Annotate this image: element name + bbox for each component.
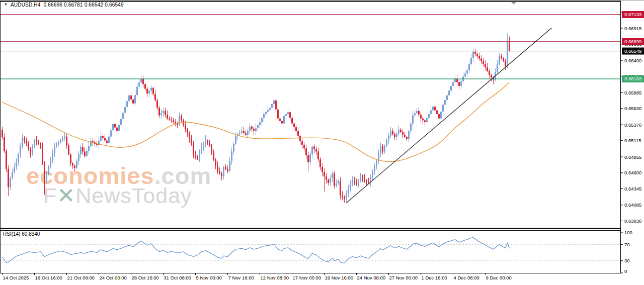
candle-body (167, 115, 168, 118)
time-tick-label: 9 Dec 00:00 (486, 275, 512, 280)
price-badge-label: 0.67133 (624, 12, 641, 17)
candle-body (20, 146, 21, 154)
time-tick-label: 31 Oct 08:00 (164, 275, 191, 280)
candle-body (26, 141, 27, 144)
symbol-dropdown-icon[interactable]: ▼ (4, 3, 8, 6)
candle-body (303, 145, 305, 148)
candle-body (400, 130, 401, 132)
candle-body (307, 155, 309, 162)
candle-body (497, 64, 498, 72)
candle-body (376, 160, 377, 166)
candle-body (70, 154, 71, 163)
candle-body (245, 133, 247, 135)
candle-body (326, 176, 327, 179)
candle-body (50, 160, 51, 166)
low-value: 0.66542 (85, 2, 104, 8)
time-tick-label: 7 Nov 16:00 (228, 275, 254, 280)
candle-body (396, 133, 397, 137)
candle-body (263, 114, 265, 118)
candle-body (171, 120, 172, 121)
candle-body (72, 163, 73, 165)
candle-body (265, 112, 267, 114)
candle-body (221, 174, 222, 176)
price-tick-label: 0.66400 (624, 58, 641, 63)
candle-body (42, 145, 43, 163)
candle-body (249, 127, 251, 131)
price-tick-label: 0.64345 (624, 186, 641, 192)
candle-body (464, 73, 466, 76)
time-tick-label: 1 Dec 16:00 (422, 275, 447, 280)
main-chart-area[interactable] (0, 0, 620, 229)
candle-body (348, 188, 349, 194)
candle-body (134, 95, 136, 104)
candle-body (474, 52, 476, 54)
candle-body (340, 181, 341, 196)
candle-body (231, 152, 232, 161)
candle-body (118, 125, 120, 131)
candle-body (22, 138, 23, 146)
candle-body (56, 144, 57, 146)
candle-body (362, 176, 363, 178)
rsi-indicator-label: RSI(14) (3, 231, 20, 237)
candle-body (501, 56, 502, 58)
candle-body (112, 124, 114, 130)
candle-body (275, 101, 277, 110)
time-tick-label: 14 Oct 2025 (3, 275, 29, 280)
candle-body (132, 100, 134, 104)
candle-body (156, 101, 158, 108)
candle-body (334, 173, 335, 186)
candle-body (251, 127, 253, 129)
candle-body (309, 154, 311, 162)
chart-canvas[interactable]: 0.671700.669150.666600.664000.661450.658… (0, 0, 644, 285)
candle-body (468, 64, 470, 70)
time-tick-label: 16 Oct 16:00 (35, 275, 62, 280)
candle-body (446, 96, 448, 100)
candle-body (227, 169, 228, 171)
candle-body (287, 112, 289, 114)
candle-body (489, 71, 490, 74)
candle-body (352, 180, 353, 184)
candle-body (44, 163, 45, 181)
candle-body (40, 143, 41, 145)
candle-body (241, 131, 243, 133)
candle-body (144, 84, 146, 88)
candle-body (187, 129, 188, 134)
candle-body (179, 116, 180, 125)
candle-body (199, 152, 200, 158)
candle-body (32, 147, 33, 154)
candle-body (505, 61, 506, 66)
candle-body (297, 131, 299, 136)
candle-body (301, 141, 303, 144)
candle-body (485, 64, 486, 67)
candle-body (406, 137, 408, 139)
candle-body (243, 131, 245, 133)
candle-body (189, 133, 190, 138)
candle-body (106, 141, 108, 143)
candle-body (78, 154, 79, 161)
candle-body (283, 116, 285, 124)
price-tick-label: 0.66915 (624, 26, 641, 31)
candle-body (163, 111, 164, 113)
open-value: 0.66696 (44, 2, 63, 8)
candle-body (108, 137, 110, 143)
candle-body (219, 171, 220, 173)
candle-body (350, 184, 351, 188)
candle-body (438, 114, 440, 119)
candle-body (269, 108, 271, 110)
candle-body (392, 131, 393, 134)
candle-body (281, 121, 283, 124)
candle-body (223, 167, 224, 176)
candle-body (62, 138, 63, 140)
candle-body (442, 105, 444, 112)
candle-body (34, 140, 35, 147)
candle-body (261, 118, 263, 122)
candle-body (342, 196, 343, 197)
price-badge-label: 0.66699 (624, 39, 641, 44)
candle-body (60, 140, 61, 142)
candle-body (330, 178, 331, 182)
candle-body (209, 143, 210, 145)
candle-body (110, 130, 112, 136)
price-tick-label: 0.65370 (624, 122, 641, 128)
candle-body (30, 149, 31, 154)
candle-body (315, 149, 317, 152)
